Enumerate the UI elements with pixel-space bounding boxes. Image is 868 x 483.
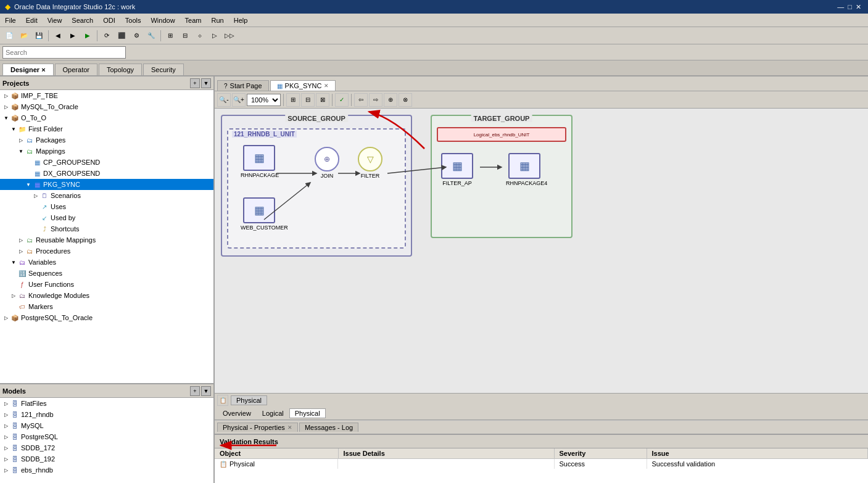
models-add[interactable]: +: [190, 386, 200, 396]
menu-team[interactable]: Team: [180, 15, 207, 25]
tree-scenarios[interactable]: ▷ 🗒 Scenarios: [0, 190, 213, 201]
tree-packages[interactable]: ▷ 🗂 Packages: [0, 134, 213, 146]
win-minimize[interactable]: —: [837, 3, 844, 10]
filter-ap-box[interactable]: ▦: [441, 153, 473, 179]
diag-zoom-out[interactable]: 🔍-: [217, 93, 231, 107]
toolbar-run[interactable]: ▶: [81, 29, 94, 43]
toggle-mysql-model[interactable]: ▷: [2, 423, 10, 429]
diag-fit-all[interactable]: ⊞: [286, 93, 300, 107]
tree-shortcuts[interactable]: ⤴ Shortcuts: [0, 223, 213, 234]
toggle-flatfiles[interactable]: ▷: [2, 401, 10, 407]
tree-used-by[interactable]: ↙ Used by: [0, 212, 213, 223]
projects-add[interactable]: +: [190, 78, 200, 88]
subtab-overview[interactable]: Overview: [217, 408, 257, 418]
toggle-reusable[interactable]: ▷: [17, 237, 25, 243]
node-filter[interactable]: ▽ FILTER: [358, 147, 382, 179]
diag-fit-selected[interactable]: ⊟: [301, 93, 315, 107]
toggle-pg[interactable]: ▷: [2, 315, 10, 321]
toolbar-btn11[interactable]: ▷▷: [223, 29, 236, 43]
menu-tools[interactable]: Tools: [120, 15, 146, 25]
subtab-logical[interactable]: Logical: [257, 408, 289, 418]
tab-start-page[interactable]: ? Start Page: [217, 80, 269, 91]
tree-knowledge-modules[interactable]: ▷ 🗂 Knowledge Modules: [0, 290, 213, 301]
tree-121-rhndb[interactable]: ▷ 🗄 121_rhndb: [0, 409, 213, 420]
tree-postgresql-to-oracle[interactable]: ▷ 📦 PostgreSQL_To_Oracle: [0, 312, 213, 323]
tree-mysql-to-oracle[interactable]: ▷ 📦 MySQL_To_Oracle: [0, 101, 213, 112]
toggle-mappings[interactable]: ▼: [17, 149, 25, 154]
toolbar-btn8[interactable]: ⊟: [178, 29, 192, 43]
tree-cp-groupsend[interactable]: ▦ CP_GROUPSEND: [0, 157, 213, 168]
tree-o-to-o[interactable]: ▼ 📦 O_To_O: [0, 112, 213, 123]
models-menu[interactable]: ▼: [201, 386, 211, 396]
toolbar-btn5[interactable]: ⚙: [130, 29, 143, 43]
toggle-sddb192[interactable]: ▷: [2, 456, 10, 462]
tree-markers[interactable]: 🏷 Markers: [0, 301, 213, 312]
toolbar-btn6[interactable]: 🔧: [144, 29, 158, 43]
menu-edit[interactable]: Edit: [21, 15, 43, 25]
tab-designer[interactable]: Designer ×: [2, 64, 54, 75]
tree-reusable-mappings[interactable]: ▷ 🗂 Reusable Mappings: [0, 234, 213, 246]
menu-view[interactable]: View: [43, 15, 67, 25]
toolbar-btn7[interactable]: ⊞: [163, 29, 177, 43]
toolbar-save[interactable]: 💾: [32, 29, 46, 43]
node-rhnpackage4[interactable]: ▦ RHNPACKAGE4: [506, 153, 543, 186]
toggle-pg-model[interactable]: ▷: [2, 434, 10, 440]
tree-imp-f-tbe[interactable]: ▷ 📦 IMP_F_TBE: [0, 90, 213, 101]
join-box[interactable]: ⊕: [315, 147, 339, 171]
toggle-variables[interactable]: ▼: [10, 260, 17, 265]
menu-file[interactable]: File: [0, 15, 21, 25]
tree-sddb192[interactable]: ▷ 🗄 SDDB_192: [0, 453, 213, 464]
tree-sddb172[interactable]: ▷ 🗄 SDDB_172: [0, 442, 213, 453]
tree-variables[interactable]: ▼ 🗂 Variables: [0, 257, 213, 268]
toggle-scenarios[interactable]: ▷: [32, 193, 39, 199]
toggle-procedures[interactable]: ▷: [17, 249, 25, 254]
tree-dx-groupsend[interactable]: ▦ DX_GROUPSEND: [0, 168, 213, 179]
diag-layout[interactable]: ⊠: [316, 93, 329, 107]
subtab-physical[interactable]: Physical: [289, 408, 326, 418]
toolbar-new[interactable]: 📄: [2, 29, 16, 43]
tab-security[interactable]: Security: [143, 64, 184, 75]
node-filter-ap[interactable]: ▦ FILTER_AP: [441, 153, 473, 186]
tree-flatfiles[interactable]: ▷ 🗄 FlatFiles: [0, 398, 213, 409]
canvas-wrapper[interactable]: SOURCE_GROUP 121_RHNDB_L_UNIT ▦ RHNPACKA…: [215, 109, 868, 393]
tab-operator[interactable]: Operator: [55, 64, 97, 75]
tab-pkg-sync-close[interactable]: ✕: [324, 83, 329, 89]
toolbar-btn9[interactable]: ⟐: [193, 29, 207, 43]
diag-btn4[interactable]: ⊗: [399, 93, 412, 107]
toolbar-forward[interactable]: ▶: [66, 29, 80, 43]
proptab-physical[interactable]: Physical - Properties ✕: [217, 423, 298, 432]
tree-sequences[interactable]: 🔢 Sequences: [0, 268, 213, 279]
tree-mappings[interactable]: ▼ 🗂 Mappings: [0, 146, 213, 157]
diag-btn2[interactable]: ⇨: [369, 93, 382, 107]
menu-run[interactable]: Run: [207, 15, 229, 25]
menu-window[interactable]: Window: [146, 15, 180, 25]
tab-pkg-sync[interactable]: ▦ PKG_SYNC ✕: [270, 80, 336, 91]
tree-user-functions[interactable]: ƒ User Functions: [0, 279, 213, 290]
proptab-messages[interactable]: Messages - Log: [299, 423, 358, 432]
rhnpackage-box[interactable]: ▦: [243, 145, 275, 171]
tree-first-folder[interactable]: ▼ 📁 First Folder: [0, 123, 213, 134]
menu-search[interactable]: Search: [67, 15, 98, 25]
win-close[interactable]: ✕: [856, 3, 861, 11]
proptab-physical-close[interactable]: ✕: [287, 424, 292, 431]
toggle-121rhndb[interactable]: ▷: [2, 412, 10, 418]
toggle-ebs-rhndb[interactable]: ▷: [2, 468, 10, 473]
tree-postgresql-model[interactable]: ▷ 🗄 PostgreSQL: [0, 431, 213, 442]
web-customer-box[interactable]: ▦: [243, 197, 275, 223]
diag-btn1[interactable]: ⇦: [354, 93, 368, 107]
toolbar-btn10[interactable]: ▷: [208, 29, 221, 43]
physical-tab-btn[interactable]: 📋: [217, 395, 228, 406]
toggle-packages[interactable]: ▷: [17, 138, 25, 143]
tab-topology[interactable]: Topology: [99, 64, 142, 75]
diag-btn3[interactable]: ⊕: [384, 93, 397, 107]
tree-pkg-sync[interactable]: ▼ ▦ PKG_SYNC: [0, 179, 213, 190]
toggle-pkg-sync[interactable]: ▼: [25, 182, 32, 188]
projects-menu[interactable]: ▼: [201, 78, 211, 88]
toolbar-back[interactable]: ◀: [51, 29, 65, 43]
search-input[interactable]: [2, 46, 126, 59]
menu-help[interactable]: Help: [229, 15, 253, 25]
tree-uses[interactable]: ↗ Uses: [0, 201, 213, 212]
physical-tab[interactable]: Physical: [231, 395, 267, 405]
node-rhnpackage[interactable]: ▦ RHNPACKAGE: [241, 145, 278, 178]
rhnpackage4-box[interactable]: ▦: [508, 153, 540, 179]
